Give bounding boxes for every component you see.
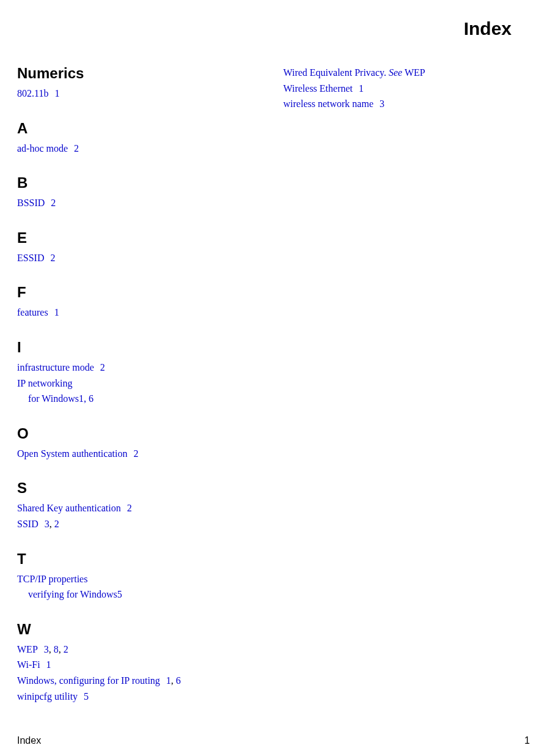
index-entry: ad-hoc mode2 — [17, 141, 264, 157]
index-term[interactable]: BSSID — [17, 198, 45, 208]
index-term[interactable]: ad-hoc mode — [17, 143, 68, 154]
index-subterm[interactable]: verifying for Windows — [28, 589, 117, 599]
index-section-heading: B — [17, 174, 264, 191]
index-section-heading: T — [17, 550, 264, 568]
index-term[interactable]: Windows, configuring for IP routing — [17, 675, 160, 686]
index-page-ref[interactable]: 1 — [166, 675, 171, 686]
index-page-ref[interactable]: 3 — [44, 644, 49, 654]
index-page-ref[interactable]: 8 — [54, 644, 59, 654]
index-section-heading: S — [17, 480, 264, 497]
index-entry: Windows, configuring for IP routing1, 6 — [17, 673, 264, 689]
index-section-heading: F — [17, 284, 264, 301]
index-term[interactable]: WEP — [17, 644, 38, 654]
index-entry: BSSID2 — [17, 195, 264, 211]
index-page-ref[interactable]: 1 — [54, 88, 59, 98]
index-entry: Wi-Fi1 — [17, 657, 264, 673]
index-term[interactable]: features — [17, 307, 48, 317]
index-term[interactable]: Wireless Ethernet — [284, 83, 353, 94]
index-term[interactable]: wireless network name — [284, 98, 374, 109]
index-section-heading: O — [17, 425, 264, 442]
index-section-heading: I — [17, 339, 264, 356]
index-see-target[interactable]: WEP — [405, 67, 425, 78]
index-entry: Wired Equivalent Privacy. See WEP — [284, 65, 530, 81]
index-page-ref[interactable]: 1 — [79, 393, 84, 404]
index-subentry: for Windows1, 6 — [17, 391, 264, 407]
index-term[interactable]: Wired Equivalent Privacy. — [284, 67, 386, 78]
index-page-ref[interactable]: 2 — [74, 143, 79, 154]
index-section-heading: W — [17, 621, 264, 638]
index-term[interactable]: ESSID — [17, 253, 44, 263]
index-term[interactable]: IP networking — [17, 378, 73, 388]
index-page-ref[interactable]: 2 — [50, 253, 55, 263]
index-page-ref[interactable]: 1 — [359, 83, 364, 94]
index-entry: WEP3, 8, 2 — [17, 642, 264, 658]
index-page-ref[interactable]: 2 — [51, 198, 56, 208]
index-entry: Open System authentication2 — [17, 446, 264, 462]
index-entry: features1 — [17, 305, 264, 321]
index-right-column: Wired Equivalent Privacy. See WEPWireles… — [284, 65, 530, 704]
index-entry: Wireless Ethernet1 — [284, 81, 530, 97]
footer-page-number: 1 — [524, 735, 530, 746]
index-section-heading: A — [17, 120, 264, 137]
index-page-ref[interactable]: 1 — [46, 659, 51, 670]
page-title: Index — [17, 18, 512, 39]
index-term[interactable]: infrastructure mode — [17, 362, 94, 372]
index-entry: SSID3, 2 — [17, 516, 264, 532]
footer-section-label: Index — [17, 735, 41, 746]
index-section-heading: E — [17, 229, 264, 246]
index-entry: IP networking — [17, 376, 264, 391]
index-section-heading: Numerics — [17, 65, 264, 82]
index-term[interactable]: Open System authentication — [17, 448, 127, 459]
index-page-ref[interactable]: 3 — [380, 98, 384, 109]
index-subentry: verifying for Windows5 — [17, 587, 264, 602]
index-entry: wireless network name3 — [284, 96, 530, 112]
page-footer: Index 1 — [17, 735, 530, 746]
index-page-ref[interactable]: 2 — [100, 362, 105, 372]
index-page-ref[interactable]: 2 — [127, 503, 132, 513]
index-term[interactable]: 802.11b — [17, 88, 48, 98]
index-entry: winipcfg utility5 — [17, 689, 264, 705]
index-entry: TCP/IP properties — [17, 571, 264, 587]
index-entry: 802.11b1 — [17, 86, 264, 102]
index-page-ref[interactable]: 1 — [54, 307, 59, 317]
index-entry: infrastructure mode2 — [17, 360, 264, 376]
index-term[interactable]: SSID — [17, 519, 39, 529]
index-term[interactable]: Wi-Fi — [17, 659, 40, 670]
index-term[interactable]: winipcfg utility — [17, 691, 78, 702]
index-page-ref[interactable]: 6 — [176, 675, 181, 686]
index-entry: Shared Key authentication2 — [17, 500, 264, 516]
index-page-ref[interactable]: 2 — [64, 644, 68, 654]
index-page-ref[interactable]: 5 — [117, 589, 122, 599]
index-page-ref[interactable]: 3 — [45, 519, 50, 529]
index-term[interactable]: TCP/IP properties — [17, 574, 87, 584]
index-see: See — [389, 67, 402, 78]
index-page-ref[interactable]: 2 — [54, 519, 59, 529]
index-subterm[interactable]: for Windows — [28, 393, 79, 404]
index-page-ref[interactable]: 6 — [89, 393, 94, 404]
index-left-column: Numerics802.11b1Aad-hoc mode2BBSSID2EESS… — [17, 65, 264, 704]
index-page-ref[interactable]: 2 — [133, 448, 138, 459]
index-term[interactable]: Shared Key authentication — [17, 503, 121, 513]
index-entry: ESSID2 — [17, 250, 264, 266]
index-page-ref[interactable]: 5 — [84, 691, 89, 702]
